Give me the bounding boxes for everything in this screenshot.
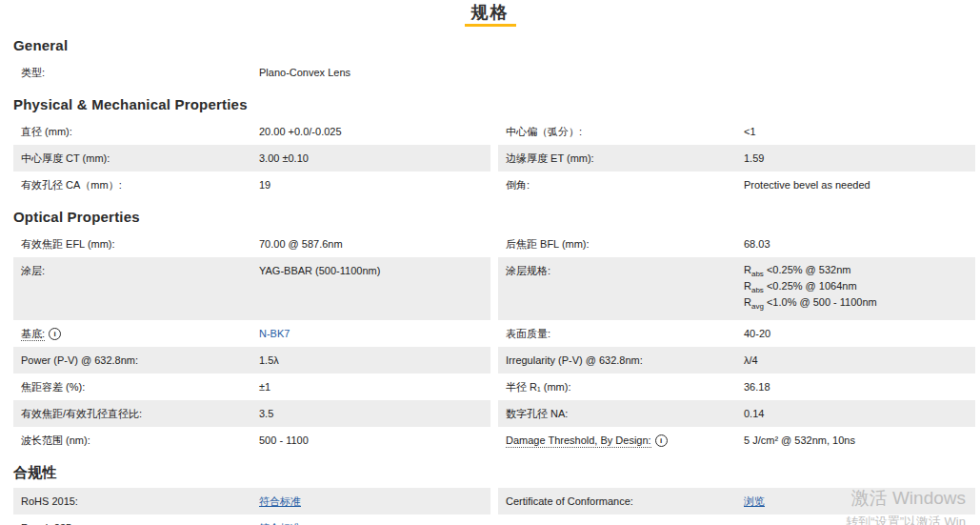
table-row: 涂层: YAG-BBAR (500-1100nm) 涂层规格: Rabs <0.… (13, 257, 975, 320)
table-row: 有效孔径 CA（mm）: 19 倒角: Protective bevel as … (13, 172, 975, 198)
spec-cell-power: Power (P-V) @ 632.8nm: 1.5λ (13, 347, 490, 374)
coating-spec-line: Rabs <0.25% @ 532nm (744, 264, 877, 280)
spec-cell-edge-thickness: 边缘厚度 ET (mm): 1.59 (498, 145, 975, 172)
spec-label: 焦距容差 (%): (21, 380, 259, 394)
spec-cell-surface-quality: 表面质量: 40-20 (498, 320, 975, 347)
spec-label: Irregularity (P-V) @ 632.8nm: (506, 353, 744, 367)
coating-spec-line: Rabs <0.25% @ 1064nm (744, 280, 877, 296)
info-icon[interactable]: i (49, 328, 61, 340)
spec-label: Certificate of Conformance: (506, 495, 744, 508)
info-icon[interactable]: i (655, 434, 668, 447)
spec-value: 68.03 (744, 237, 770, 251)
spec-cell-bevel: 倒角: Protective bevel as needed (498, 172, 975, 198)
spec-label: 倒角: (506, 178, 744, 192)
spec-label: 中心厚度 CT (mm): (21, 151, 259, 165)
spec-value: 3.5 (259, 407, 273, 420)
spec-label: 半径 R₁ (mm): (506, 380, 744, 394)
spec-value: 40-20 (744, 327, 770, 340)
spec-cell-coating: 涂层: YAG-BBAR (500-1100nm) (13, 257, 490, 320)
table-row: 直径 (mm): 20.00 +0.0/-0.025 中心偏（弧分）: <1 (13, 118, 975, 145)
spec-cell-radius-r1: 半径 R₁ (mm): 36.18 (498, 374, 975, 400)
rohs-compliant-link[interactable]: 符合标准 (259, 495, 301, 508)
table-row: 中心厚度 CT (mm): 3.00 ±0.10 边缘厚度 ET (mm): 1… (13, 145, 975, 172)
coating-spec-line: Ravg <1.0% @ 500 - 1100nm (744, 296, 877, 313)
spec-label: 基底:i (21, 327, 259, 340)
table-row: 基底:i N-BK7 表面质量: 40-20 (13, 320, 975, 347)
watermark-line2: 转到“设置”以激活 Win (846, 515, 966, 525)
spec-cell-clear-aperture: 有效孔径 CA（mm）: 19 (13, 172, 490, 198)
spec-value-multiline: Rabs <0.25% @ 532nm Rabs <0.25% @ 1064nm… (744, 264, 877, 313)
spec-value: 19 (259, 178, 270, 192)
spec-value: YAG-BBAR (500-1100nm) (259, 264, 380, 277)
spec-cell-na: 数字孔径 NA: 0.14 (498, 400, 975, 427)
spec-value: <1 (744, 125, 756, 138)
spec-label: 边缘厚度 ET (mm): (506, 151, 744, 165)
spec-value: 0.14 (744, 407, 764, 420)
spec-label: 后焦距 BFL (mm): (506, 237, 744, 251)
spec-label: Reach 235: (21, 521, 259, 525)
page-title: 规格 (0, 3, 980, 22)
table-row: 焦距容差 (%): ±1 半径 R₁ (mm): 36.18 (13, 374, 975, 400)
spec-cell-substrate: 基底:i N-BK7 (13, 320, 490, 347)
spec-cell-f-number: 有效焦距/有效孔径直径比: 3.5 (13, 400, 490, 427)
optical-table: 有效焦距 EFL (mm): 70.00 @ 587.6nm 后焦距 BFL (… (13, 231, 975, 454)
spec-value: Protective bevel as needed (744, 178, 870, 192)
spec-value: 5 J/cm² @ 532nm, 10ns (744, 434, 855, 447)
table-row: 类型: Plano-Convex Lens (13, 59, 975, 86)
spec-label: 表面质量: (506, 327, 744, 340)
spec-value: 36.18 (744, 380, 770, 394)
spec-value: 1.59 (744, 151, 764, 165)
spec-cell-bfl: 后焦距 BFL (mm): 68.03 (498, 231, 975, 257)
spec-label: 直径 (mm): (21, 125, 259, 138)
spec-cell-focal-tolerance: 焦距容差 (%): ±1 (13, 374, 490, 400)
empty-cell (498, 59, 975, 86)
spec-label: 数字孔径 NA: (506, 407, 744, 420)
spec-value: 500 - 1100 (259, 434, 309, 447)
spec-value: ±1 (259, 380, 270, 394)
substrate-tooltip-label: 基底: (21, 328, 45, 341)
spec-cell-coating-specs: 涂层规格: Rabs <0.25% @ 532nm Rabs <0.25% @ … (498, 257, 975, 320)
spec-cell-efl: 有效焦距 EFL (mm): 70.00 @ 587.6nm (13, 231, 490, 257)
certificate-view-link[interactable]: 浏览 (744, 495, 765, 508)
section-heading-optical: Optical Properties (13, 209, 980, 225)
spec-cell-damage-threshold: Damage Threshold, By Design:i 5 J/cm² @ … (498, 427, 975, 454)
page-header: 规格 (0, 0, 980, 27)
substrate-link[interactable]: N-BK7 (259, 327, 290, 340)
spec-label: 波长范围 (nm): (21, 434, 259, 447)
section-heading-compliance: 合规性 (13, 464, 980, 482)
spec-label: 有效孔径 CA（mm）: (21, 178, 259, 192)
reach-compliant-link[interactable]: 符合标准 (259, 521, 301, 525)
spec-value: 3.00 ±0.10 (259, 151, 309, 165)
spec-label: 中心偏（弧分）: (506, 125, 744, 138)
spec-value: 1.5λ (259, 353, 279, 367)
table-row: 有效焦距 EFL (mm): 70.00 @ 587.6nm 后焦距 BFL (… (13, 231, 975, 257)
spec-cell-diameter: 直径 (mm): 20.00 +0.0/-0.025 (13, 118, 490, 145)
spec-label: Damage Threshold, By Design:i (506, 434, 744, 447)
general-table: 类型: Plano-Convex Lens (13, 59, 975, 86)
section-heading-physical: Physical & Mechanical Properties (13, 96, 980, 112)
spec-label: 涂层: (21, 264, 259, 277)
spec-label: 有效焦距 EFL (mm): (21, 237, 259, 251)
physical-table: 直径 (mm): 20.00 +0.0/-0.025 中心偏（弧分）: <1 中… (13, 118, 975, 198)
spec-cell-irregularity: Irregularity (P-V) @ 632.8nm: λ/4 (498, 347, 975, 374)
watermark-line1: 激活 Windows (846, 488, 966, 509)
table-row: Reach 235: 符合标准 (13, 515, 975, 525)
table-row: Power (P-V) @ 632.8nm: 1.5λ Irregularity… (13, 347, 975, 374)
spec-cell-wavelength-range: 波长范围 (nm): 500 - 1100 (13, 427, 490, 454)
table-row: 有效焦距/有效孔径直径比: 3.5 数字孔径 NA: 0.14 (13, 400, 975, 427)
title-accent-underline (465, 24, 516, 27)
spec-value: λ/4 (744, 353, 758, 367)
spec-label: Power (P-V) @ 632.8nm: (21, 353, 259, 367)
spec-label: RoHS 2015: (21, 495, 259, 508)
windows-activation-watermark: 激活 Windows 转到“设置”以激活 Win (846, 488, 966, 525)
spec-value: 20.00 +0.0/-0.025 (259, 125, 342, 138)
spec-label: 涂层规格: (506, 264, 744, 277)
spec-label: 有效焦距/有效孔径直径比: (21, 407, 259, 420)
damage-threshold-tooltip-label: Damage Threshold, By Design: (506, 434, 651, 448)
spec-value: 70.00 @ 587.6nm (259, 237, 343, 251)
spec-cell-rohs: RoHS 2015: 符合标准 (13, 488, 490, 515)
section-heading-general: General (13, 37, 980, 53)
compliance-table: RoHS 2015: 符合标准 Certificate of Conforman… (13, 488, 975, 525)
table-row: 波长范围 (nm): 500 - 1100 Damage Threshold, … (13, 427, 975, 454)
spec-cell-reach: Reach 235: 符合标准 (13, 515, 490, 525)
